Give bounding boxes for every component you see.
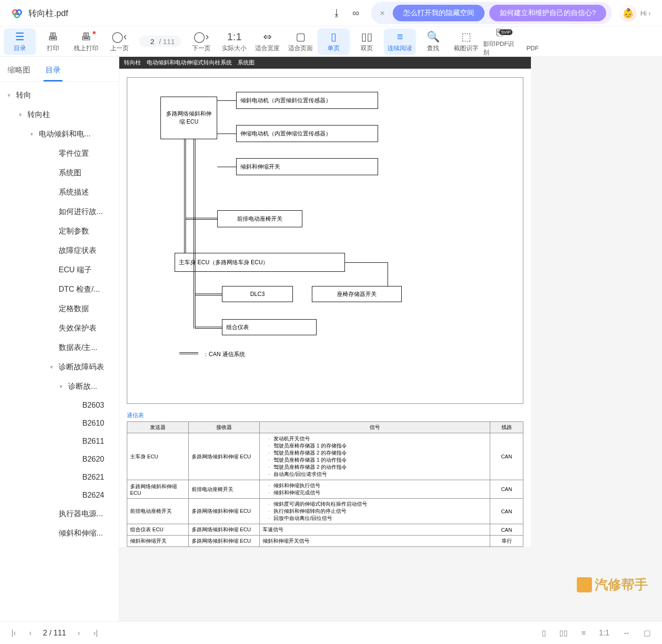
page-number-input[interactable] [146, 37, 159, 45]
chevron-down-icon: ▼ [18, 112, 25, 117]
next-page-footer-button[interactable]: › [76, 627, 82, 639]
print-button[interactable]: 🖶打印 [37, 28, 69, 55]
close-icon[interactable]: ✕ [377, 8, 388, 19]
box-seat-switch: 前排电动座椅开关 [217, 210, 302, 227]
toc-item-label: ECU 端子 [59, 265, 92, 275]
toc-item[interactable]: 零件位置 [2, 144, 117, 163]
th-tx: 发送器 [127, 422, 189, 433]
continuous-read-button[interactable]: ≡连续阅读 [384, 28, 416, 55]
footer-bar: |‹ ‹ 2 / 111 › ›| ▯ ▯▯ ≡ 1:1 ↔ ▢ [0, 621, 662, 644]
suggestion-bar: ✕ 怎么打开我的隐藏空间 如何建立和维护自己的自信心? [371, 2, 612, 24]
download-icon[interactable]: ⭳ [327, 4, 346, 23]
online-print-button[interactable]: 🖶线上打印 [70, 28, 102, 55]
toc-item[interactable]: 倾斜和伸缩... [2, 524, 117, 543]
toc-item[interactable]: B2603 [2, 396, 117, 414]
avatar-icon[interactable]: 👶 [619, 5, 636, 22]
toc-item[interactable]: 定格数据 [2, 299, 117, 319]
toc-item-label: 数据表/主... [59, 343, 97, 353]
page-input-group: / 111 [139, 36, 181, 47]
fit-page-icon: ▢ [296, 31, 306, 43]
box-main-ecu: 主车身 ECU（多路网络车身 ECU） [175, 253, 345, 272]
prev-page-button[interactable]: ◯‹上一页 [103, 28, 135, 55]
page-total-label: / 111 [159, 37, 175, 45]
toc-item-label: 定格数据 [59, 304, 89, 314]
pdf-page: 转向柱 电动倾斜和电动伸缩式转向柱系统 系统图 多路网络倾斜和伸缩 ECU 倾斜… [119, 57, 531, 547]
sidebar: 缩略图 目录 ▼转向▼转向柱▼电动倾斜和电...零件位置系统图系统描述如何进行故… [0, 57, 119, 621]
th-line: 线路 [490, 422, 523, 433]
toc-item[interactable]: 故障症状表 [2, 241, 117, 260]
toc-item[interactable]: ECU 端子 [2, 260, 117, 280]
next-page-button[interactable]: ◯›下一页 [185, 28, 217, 55]
toc-item[interactable]: 定制参数 [2, 222, 117, 241]
toc-item[interactable]: 失效保护表 [2, 319, 117, 338]
double-page-icon: ▯▯ [361, 31, 372, 43]
toc-item[interactable]: ▼诊断故障码表 [2, 358, 117, 377]
fit-page-button[interactable]: ▢适合页面 [284, 28, 317, 55]
zoom-fit-icon[interactable]: ↔ [621, 627, 632, 639]
view-single-icon[interactable]: ▯ [540, 626, 548, 639]
toc-item[interactable]: B2610 [2, 414, 117, 432]
share-icon[interactable]: ∞ [346, 4, 365, 23]
first-page-button[interactable]: |‹ [9, 627, 18, 639]
suggestion-pill-2[interactable]: 如何建立和维护自己的自信心? [489, 5, 606, 21]
toc-item-label: B2621 [82, 473, 104, 482]
toc-item-label: B2603 [82, 401, 104, 410]
toc-item[interactable]: B2611 [2, 432, 117, 450]
svg-point-2 [15, 13, 19, 18]
screenshot-ocr-button[interactable]: ⬚截图识字 [450, 28, 482, 55]
box-tilt-ecu: 多路网络倾斜和伸缩 ECU [160, 97, 217, 139]
chevron-down-icon: ▼ [59, 384, 65, 389]
toc-item[interactable]: 执行器电源... [2, 504, 117, 524]
prev-page-footer-button[interactable]: ‹ [27, 627, 33, 639]
toc-item[interactable]: ▼转向 [2, 86, 117, 105]
toc-item[interactable]: B2624 [2, 486, 117, 504]
last-page-button[interactable]: ›| [91, 627, 99, 639]
toc-button[interactable]: ☰目录 [4, 28, 36, 55]
th-rx: 接收器 [189, 422, 260, 433]
table-row: 前排电动座椅开关多路网络倾斜和伸缩 ECU倾斜度可调的伸缩式转向柱操作启动信号执… [127, 499, 523, 524]
toc-item-label: 如何进行故... [59, 207, 103, 217]
footer-page-indicator: 2 / 111 [43, 629, 66, 637]
fit-width-icon: ⇔ [263, 31, 272, 43]
search-button[interactable]: 🔍查找 [417, 28, 449, 55]
main-toolbar: ☰目录 🖶打印 🖶线上打印 ◯‹上一页 / 111 ◯›下一页 1:1实际大小 … [0, 27, 662, 57]
box-tilt-motor: 倾斜电动机（内置倾斜位置传感器） [236, 92, 378, 109]
toc-tree[interactable]: ▼转向▼转向柱▼电动倾斜和电...零件位置系统图系统描述如何进行故...定制参数… [0, 82, 119, 621]
toc-item-label: 转向 [16, 90, 31, 100]
list-icon: ☰ [15, 31, 25, 43]
comm-table: 发送器 接收器 信号 线路 主车身 ECU多路网络倾斜和伸缩 ECU发动机开关信… [127, 421, 523, 547]
toc-item[interactable]: ▼转向柱 [2, 105, 117, 125]
document-viewport[interactable]: 转向柱 电动倾斜和电动伸缩式转向柱系统 系统图 多路网络倾斜和伸缩 ECU 倾斜… [119, 57, 662, 621]
comm-table-title: 通信表 [127, 411, 523, 420]
toc-item-label: B2624 [82, 491, 104, 500]
zoom-11-icon[interactable]: 1:1 [597, 627, 611, 639]
tab-thumbnails[interactable]: 缩略图 [6, 61, 32, 81]
toc-item[interactable]: 系统图 [2, 163, 117, 183]
sidebar-tabs: 缩略图 目录 [0, 57, 119, 82]
toc-item[interactable]: ▼诊断故... [2, 377, 117, 396]
toc-item[interactable]: 如何进行故... [2, 202, 117, 222]
system-diagram: 多路网络倾斜和伸缩 ECU 倾斜电动机（内置倾斜位置传感器） 伸缩电动机（内置伸… [127, 77, 523, 404]
greeting-label[interactable]: Hi › [640, 9, 651, 17]
toc-item[interactable]: 系统描述 [2, 183, 117, 202]
zoom-page-icon[interactable]: ▢ [642, 626, 653, 639]
tab-toc[interactable]: 目录 [44, 61, 62, 81]
toc-item-label: 定制参数 [59, 226, 89, 236]
toc-item[interactable]: ▼电动倾斜和电... [2, 125, 117, 144]
pdf-more-button[interactable]: PDF [516, 28, 548, 55]
view-continuous-icon[interactable]: ≡ [579, 627, 587, 639]
can-legend-label: ：CAN 通信系统 [203, 350, 245, 358]
single-page-button[interactable]: ▯单页 [318, 28, 350, 55]
double-page-button[interactable]: ▯▯双页 [351, 28, 383, 55]
pdf-ocr-button[interactable]: SVIP⎘影印PDF识别 [483, 28, 515, 55]
suggestion-pill-1[interactable]: 怎么打开我的隐藏空间 [393, 5, 485, 21]
toc-item[interactable]: DTC 检查/... [2, 280, 117, 299]
toc-item[interactable]: B2620 [2, 450, 117, 468]
document-title: 转向柱.pdf [28, 8, 68, 19]
view-double-icon[interactable]: ▯▯ [557, 626, 570, 639]
actual-size-button[interactable]: 1:1实际大小 [218, 28, 250, 55]
fit-width-button[interactable]: ⇔适合宽度 [251, 28, 283, 55]
toc-item-label: 转向柱 [27, 110, 50, 120]
toc-item[interactable]: 数据表/主... [2, 338, 117, 358]
toc-item[interactable]: B2621 [2, 468, 117, 486]
